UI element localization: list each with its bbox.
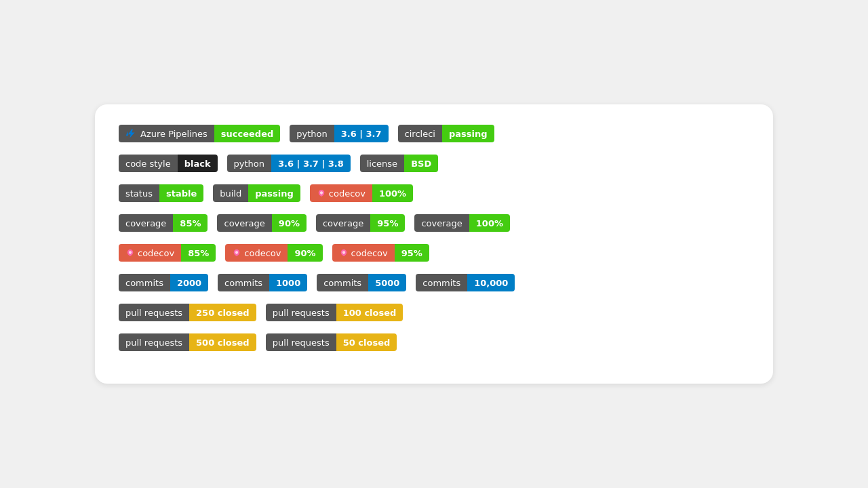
badge-codecov-95[interactable]: codecov 95% bbox=[332, 244, 429, 262]
badge-left-commits-5000: commits bbox=[317, 274, 368, 291]
badge-right-codecov-95: 95% bbox=[395, 244, 429, 262]
badge-left-azure-pipelines: Azure Pipelines bbox=[119, 125, 214, 142]
badge-left-pr-50-closed: pull requests bbox=[266, 333, 336, 351]
badge-right-pr-50-closed: 50 closed bbox=[336, 333, 397, 351]
badge-codecov-90[interactable]: codecov 90% bbox=[225, 244, 322, 262]
badge-right-code-style-black: black bbox=[178, 155, 218, 172]
badge-right-coverage-85: 85% bbox=[173, 214, 208, 232]
badge-circleci[interactable]: circleci passing bbox=[398, 125, 494, 142]
badge-coverage-95[interactable]: coverage 95% bbox=[316, 214, 405, 232]
badge-left-license-bsd: license bbox=[360, 155, 404, 172]
badge-left-coverage-100: coverage bbox=[414, 214, 469, 232]
badge-coverage-100[interactable]: coverage 100% bbox=[414, 214, 510, 232]
badge-left-status-stable: status bbox=[119, 184, 159, 202]
badge-pr-100-closed[interactable]: pull requests 100 closed bbox=[266, 304, 403, 321]
badge-left-code-style-black: code style bbox=[119, 155, 178, 172]
badge-row-1: code style black python 3.6 | 3.7 | 3.8 … bbox=[119, 155, 749, 172]
badge-python-36-37-38[interactable]: python 3.6 | 3.7 | 3.8 bbox=[227, 155, 351, 172]
main-container: Azure Pipelines succeeded python 3.6 | 3… bbox=[95, 104, 773, 384]
badge-build-passing[interactable]: build passing bbox=[213, 184, 300, 202]
badge-left-circleci: circleci bbox=[398, 125, 442, 142]
badge-left-commits-1000: commits bbox=[218, 274, 269, 291]
badge-right-codecov-85: 85% bbox=[181, 244, 216, 262]
badge-left-text-codecov-100: codecov bbox=[329, 188, 366, 199]
badge-right-commits-10000: 10,000 bbox=[467, 274, 515, 291]
badge-row-4: codecov 85% codecov 90% codecov bbox=[119, 244, 749, 262]
badge-pr-250-closed[interactable]: pull requests 250 closed bbox=[119, 304, 256, 321]
badge-right-python-36-37: 3.6 | 3.7 bbox=[334, 125, 389, 142]
badge-left-pr-250-closed: pull requests bbox=[119, 304, 189, 321]
badge-right-build-passing: passing bbox=[248, 184, 300, 202]
badge-right-codecov-90: 90% bbox=[288, 244, 322, 262]
badge-row-5: commits 2000 commits 1000 commits 5000 c… bbox=[119, 274, 749, 291]
badge-right-commits-5000: 5000 bbox=[368, 274, 406, 291]
badge-left-text-azure-pipelines: Azure Pipelines bbox=[140, 129, 208, 139]
badge-right-coverage-90: 90% bbox=[272, 214, 307, 232]
badge-left-codecov-95: codecov bbox=[332, 244, 395, 262]
badge-right-codecov-100: 100% bbox=[372, 184, 413, 202]
badge-right-commits-1000: 1000 bbox=[269, 274, 307, 291]
badge-commits-5000[interactable]: commits 5000 bbox=[317, 274, 406, 291]
badge-row-0: Azure Pipelines succeeded python 3.6 | 3… bbox=[119, 125, 749, 142]
badge-right-circleci: passing bbox=[442, 125, 494, 142]
badge-left-text-codecov-95: codecov bbox=[351, 248, 388, 258]
badge-left-pr-100-closed: pull requests bbox=[266, 304, 336, 321]
badge-row-6: pull requests 250 closed pull requests 1… bbox=[119, 304, 749, 321]
badge-coverage-85[interactable]: coverage 85% bbox=[119, 214, 208, 232]
badge-code-style-black[interactable]: code style black bbox=[119, 155, 218, 172]
badge-right-coverage-95: 95% bbox=[370, 214, 405, 232]
badge-left-pr-500-closed: pull requests bbox=[119, 333, 189, 351]
badge-row-2: status stable build passing codecov 100% bbox=[119, 184, 749, 202]
badge-right-pr-100-closed: 100 closed bbox=[336, 304, 403, 321]
badge-coverage-90[interactable]: coverage 90% bbox=[217, 214, 306, 232]
badge-right-status-stable: stable bbox=[159, 184, 203, 202]
badge-right-commits-2000: 2000 bbox=[170, 274, 208, 291]
badge-left-commits-2000: commits bbox=[119, 274, 170, 291]
badge-left-build-passing: build bbox=[213, 184, 248, 202]
badge-left-python-36-37: python bbox=[290, 125, 334, 142]
badge-codecov-100[interactable]: codecov 100% bbox=[310, 184, 413, 202]
badge-commits-2000[interactable]: commits 2000 bbox=[119, 274, 208, 291]
badge-commits-1000[interactable]: commits 1000 bbox=[218, 274, 307, 291]
badge-left-coverage-95: coverage bbox=[316, 214, 370, 232]
badge-left-text-codecov-85: codecov bbox=[138, 248, 174, 258]
badge-status-stable[interactable]: status stable bbox=[119, 184, 203, 202]
badge-azure-pipelines[interactable]: Azure Pipelines succeeded bbox=[119, 125, 280, 142]
badge-right-pr-500-closed: 500 closed bbox=[189, 333, 256, 351]
badge-row-7: pull requests 500 closed pull requests 5… bbox=[119, 333, 749, 351]
badge-left-commits-10000: commits bbox=[416, 274, 467, 291]
badge-right-python-36-37-38: 3.6 | 3.7 | 3.8 bbox=[271, 155, 351, 172]
badge-codecov-85[interactable]: codecov 85% bbox=[119, 244, 216, 262]
badge-pr-50-closed[interactable]: pull requests 50 closed bbox=[266, 333, 397, 351]
badge-left-coverage-90: coverage bbox=[217, 214, 271, 232]
badge-python-36-37[interactable]: python 3.6 | 3.7 bbox=[290, 125, 388, 142]
badge-right-license-bsd: BSD bbox=[404, 155, 438, 172]
badge-right-coverage-100: 100% bbox=[469, 214, 510, 232]
badge-license-bsd[interactable]: license BSD bbox=[360, 155, 438, 172]
badge-row-3: coverage 85% coverage 90% coverage 95% c… bbox=[119, 214, 749, 232]
badge-left-python-36-37-38: python bbox=[227, 155, 271, 172]
badge-commits-10000[interactable]: commits 10,000 bbox=[416, 274, 515, 291]
badge-left-codecov-90: codecov bbox=[225, 244, 288, 262]
badge-left-codecov-85: codecov bbox=[119, 244, 181, 262]
badge-left-text-codecov-90: codecov bbox=[244, 248, 281, 258]
badge-left-codecov-100: codecov bbox=[310, 184, 372, 202]
badge-left-coverage-85: coverage bbox=[119, 214, 173, 232]
badge-right-azure-pipelines: succeeded bbox=[214, 125, 280, 142]
badge-pr-500-closed[interactable]: pull requests 500 closed bbox=[119, 333, 256, 351]
badge-right-pr-250-closed: 250 closed bbox=[189, 304, 256, 321]
